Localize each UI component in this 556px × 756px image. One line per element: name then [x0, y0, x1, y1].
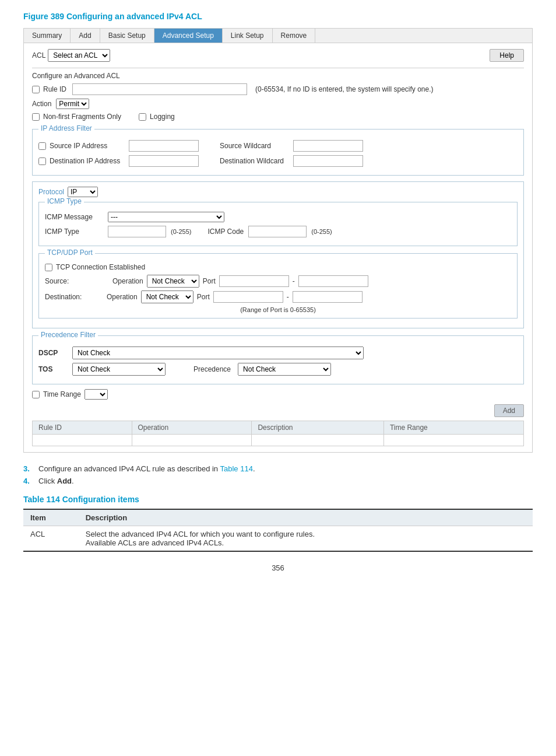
dest-ip-checkbox[interactable]: [38, 158, 46, 165]
protocol-select[interactable]: IP TCP UDP ICMP: [68, 187, 98, 197]
add-button[interactable]: Add: [494, 404, 524, 417]
config-desc-acl: Select the advanced IPv4 ACL for which y…: [79, 526, 533, 552]
source-ip-row: Source IP Address Source Wildcard: [38, 140, 518, 152]
tcp-udp-port-title: TCP/UDP Port: [45, 249, 95, 257]
precedence-select[interactable]: Not Check: [238, 363, 331, 376]
source-wildcard-input[interactable]: [293, 140, 363, 152]
ip-address-filter-title: IP Address Filter: [38, 124, 94, 132]
results-table: Rule ID Operation Description Time Range: [32, 421, 524, 446]
table-114-link[interactable]: Table 114: [220, 464, 252, 473]
col-operation: Operation: [132, 421, 252, 435]
tcp-connection-checkbox[interactable]: [45, 264, 52, 271]
time-range-checkbox[interactable]: [32, 391, 40, 398]
protocol-label: Protocol: [38, 188, 64, 196]
fragments-logging-row: Non-first Fragments Only Logging: [32, 113, 524, 124]
icmp-message-select[interactable]: ---: [108, 212, 224, 222]
tab-summary[interactable]: Summary: [24, 29, 71, 43]
source-operation-select[interactable]: Not Check Equal Greater Than Less Than R…: [147, 275, 199, 288]
icmp-message-label: ICMP Message: [45, 213, 103, 221]
source-wildcard-label: Source Wildcard: [220, 142, 290, 150]
time-range-label: Time Range: [43, 390, 81, 398]
protocol-row: Protocol IP TCP UDP ICMP: [38, 187, 518, 197]
rule-id-row: Rule ID (0-65534, If no ID is entered, t…: [32, 83, 524, 95]
step-4-bold: Add: [57, 477, 72, 485]
source-ip-input[interactable]: [129, 140, 199, 152]
action-select[interactable]: Permit Deny: [56, 99, 89, 109]
tab-add[interactable]: Add: [71, 29, 100, 43]
help-button[interactable]: Help: [490, 49, 524, 62]
step-3-num: 3.: [23, 464, 34, 473]
col-description: Description: [252, 421, 383, 435]
icmp-code-label: ICMP Code: [207, 228, 244, 236]
tab-remove[interactable]: Remove: [273, 29, 316, 43]
acl-row: ACL Select an ACL Help: [32, 49, 524, 62]
empty-cell-1: [33, 435, 132, 446]
icmp-type-input[interactable]: [108, 226, 166, 237]
acl-select[interactable]: Select an ACL: [48, 49, 110, 62]
ip-address-filter-group: IP Address Filter Source IP Address Sour…: [32, 129, 524, 176]
source-ip-label: Source IP Address: [50, 142, 125, 150]
table-row: [33, 435, 524, 446]
icmp-code-range: (0-255): [311, 228, 332, 235]
precedence-filter-group: Precedence Filter DSCP Not Check TOS Not…: [32, 335, 524, 384]
source-port-dash: -: [293, 277, 295, 285]
dest-wildcard-input[interactable]: [293, 155, 363, 167]
action-row: Action Permit Deny: [32, 99, 524, 109]
logging-checkbox[interactable]: [139, 113, 146, 121]
dest-operation-label: Operation: [107, 293, 138, 301]
time-range-select[interactable]: [85, 389, 108, 400]
tos-select[interactable]: Not Check: [72, 363, 166, 376]
source-port-input1[interactable]: [219, 275, 289, 287]
dest-port-input1[interactable]: [213, 291, 283, 303]
configure-label: Configure an Advanced ACL: [32, 72, 524, 80]
dest-operation-select[interactable]: Not Check Equal Greater Than Less Than R…: [141, 290, 193, 303]
rule-id-label: Rule ID: [43, 85, 66, 93]
tcp-udp-port-group: TCP/UDP Port TCP Connection Established …: [38, 253, 518, 318]
tcp-connection-label: TCP Connection Established: [56, 263, 145, 271]
config-table: Item Description ACL Select the advanced…: [23, 509, 533, 552]
col-rule-id: Rule ID: [33, 421, 132, 435]
source-tcp-row: Source: Operation Not Check Equal Greate…: [45, 275, 511, 288]
action-label: Action: [32, 100, 51, 108]
page-number: 356: [23, 564, 533, 572]
source-port-label2: Port: [203, 277, 216, 285]
dest-ip-input[interactable]: [129, 155, 199, 167]
dscp-select[interactable]: Not Check: [72, 346, 364, 359]
config-item-acl: ACL: [23, 526, 79, 552]
source-port-input2[interactable]: [298, 275, 368, 287]
icmp-type-group: ICMP Type ICMP Message --- ICMP Type (0-…: [38, 202, 518, 246]
source-ip-checkbox[interactable]: [38, 142, 46, 150]
protocol-group: Protocol IP TCP UDP ICMP ICMP Type ICMP …: [32, 181, 524, 328]
dest-port-label2: Port: [197, 293, 210, 301]
instructions: 3. Configure an advanced IPv4 ACL rule a…: [23, 464, 533, 485]
acl-label: ACL: [32, 51, 45, 60]
tos-label: TOS: [38, 365, 68, 373]
step-3: 3. Configure an advanced IPv4 ACL rule a…: [23, 464, 533, 473]
tab-basic-setup[interactable]: Basic Setup: [100, 29, 154, 43]
config-col-item: Item: [23, 509, 79, 526]
col-time-range: Time Range: [383, 421, 523, 435]
ui-panel: Summary Add Basic Setup Advanced Setup L…: [23, 28, 533, 453]
dscp-row: DSCP Not Check: [38, 346, 518, 359]
dest-ip-row: Destination IP Address Destination Wildc…: [38, 155, 518, 167]
empty-cell-3: [252, 435, 383, 446]
dest-ip-label: Destination IP Address: [50, 157, 125, 165]
rule-id-checkbox[interactable]: [32, 86, 40, 93]
source-operation-label: Operation: [112, 277, 143, 285]
dest-tcp-row: Destination: Operation Not Check Equal G…: [45, 290, 511, 303]
non-first-fragments-checkbox[interactable]: [32, 113, 40, 121]
icmp-type-range: (0-255): [171, 228, 191, 235]
rule-id-input[interactable]: [72, 83, 247, 95]
dest-port-input2[interactable]: [293, 291, 363, 303]
logging-row: Logging: [139, 113, 175, 121]
step-4-num: 4.: [23, 477, 34, 485]
icmp-code-input[interactable]: [248, 226, 307, 237]
tos-row: TOS Not Check Precedence Not Check: [38, 363, 518, 376]
acl-desc-2: Available ACLs are advanced IPv4 ACLs.: [86, 538, 224, 547]
source-port-label: Source:: [45, 277, 97, 285]
tab-advanced-setup[interactable]: Advanced Setup: [154, 29, 223, 43]
table-header-row: Rule ID Operation Description Time Range: [33, 421, 524, 435]
icmp-type-title: ICMP Type: [45, 197, 84, 205]
tab-link-setup[interactable]: Link Setup: [223, 29, 273, 43]
config-table-header-row: Item Description: [23, 509, 533, 526]
